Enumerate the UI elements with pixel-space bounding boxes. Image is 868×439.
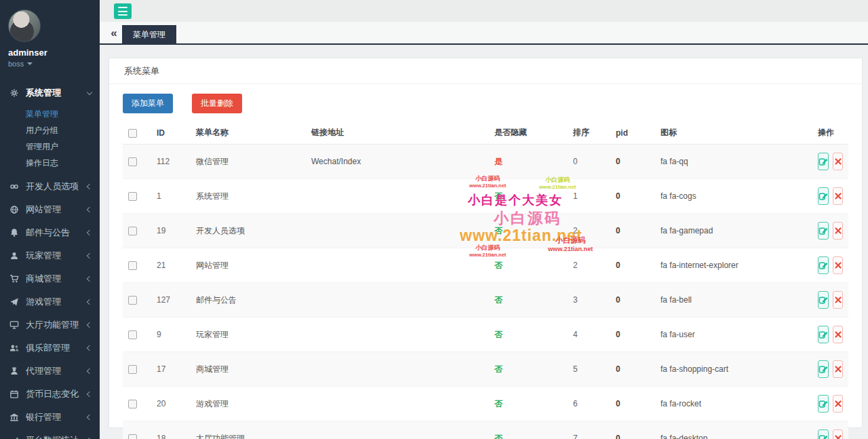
edit-icon — [818, 261, 828, 270]
sidebar-item-mail-announcements[interactable]: 邮件与公告 — [0, 221, 100, 244]
close-icon — [834, 192, 842, 200]
delete-row-button[interactable] — [833, 395, 843, 413]
row-checkbox[interactable] — [128, 330, 137, 339]
close-icon — [834, 365, 842, 373]
row-checkbox[interactable] — [128, 261, 137, 270]
cell-icon-class: fa fa-internet-explorer — [655, 248, 812, 283]
edit-icon — [818, 157, 828, 166]
system-menu-panel: 系统菜单 添加菜单 批量删除 ID 菜单名称 链接地址 是否隐藏 — [108, 58, 863, 428]
sidebar-item-developer-options[interactable]: 开发人员选项 — [0, 175, 100, 198]
sidebar-item-manage-users[interactable]: 管理用户 — [0, 138, 100, 155]
delete-row-button[interactable] — [833, 326, 843, 343]
sidebar-toggle-button[interactable] — [114, 3, 132, 19]
chevron-left-icon — [87, 415, 92, 420]
row-checkbox[interactable] — [128, 400, 137, 408]
col-header-link: 链接地址 — [306, 121, 489, 145]
edit-row-button[interactable] — [818, 360, 829, 378]
users-icon — [9, 343, 20, 353]
sidebar-item-mall-management[interactable]: 商城管理 — [0, 267, 100, 290]
select-all-checkbox[interactable] — [128, 129, 137, 138]
row-checkbox[interactable] — [128, 157, 137, 166]
delete-row-button[interactable] — [833, 430, 843, 439]
sidebar-item-game-management[interactable]: 游戏管理 — [0, 290, 100, 313]
sidebar-item-bank-management[interactable]: 银行管理 — [0, 406, 100, 429]
cell-sort: 0 — [568, 145, 610, 179]
delete-row-button[interactable] — [833, 153, 843, 170]
cell-menu-name: 邮件与公告 — [191, 283, 306, 318]
sidebar-item-user-groups[interactable]: 用户分组 — [0, 122, 100, 138]
edit-row-button[interactable] — [818, 256, 829, 274]
col-header-menu-name: 菜单名称 — [191, 121, 306, 145]
add-menu-button[interactable]: 添加菜单 — [123, 94, 173, 113]
edit-icon — [818, 191, 828, 201]
row-checkbox[interactable] — [128, 434, 137, 439]
sidebar-item-platform-statistics[interactable]: 平台数据统计 — [0, 429, 100, 439]
delete-row-button[interactable] — [833, 187, 843, 205]
collapse-tabs-icon[interactable]: « — [106, 24, 121, 42]
sidebar-item-operation-logs[interactable]: 操作日志 — [0, 155, 100, 171]
batch-delete-button[interactable]: 批量删除 — [192, 94, 242, 113]
cell-icon-class: fa fa-desktop — [655, 421, 812, 439]
edit-icon — [818, 295, 828, 305]
delete-row-button[interactable] — [833, 256, 843, 274]
avatar[interactable] — [8, 9, 41, 42]
sidebar-item-agent-management[interactable]: 代理管理 — [0, 360, 100, 383]
line-chart-icon — [9, 436, 20, 439]
sidebar-item-system-management[interactable]: 系统管理 — [0, 81, 100, 104]
cell-id: 9 — [151, 318, 191, 352]
row-checkbox[interactable] — [128, 365, 137, 374]
delete-row-button[interactable] — [833, 291, 843, 309]
sidebar-item-player-management[interactable]: 玩家管理 — [0, 244, 100, 267]
sidebar-item-website-management[interactable]: 网站管理 — [0, 198, 100, 221]
bell-icon — [9, 228, 20, 237]
sidebar-item-label: 系统管理 — [26, 87, 87, 99]
sidebar-item-club-management[interactable]: 俱乐部管理 — [0, 337, 100, 360]
edit-row-button[interactable] — [818, 153, 829, 170]
row-checkbox[interactable] — [128, 192, 137, 201]
cell-sort: 2 — [568, 214, 610, 248]
cell-hidden-flag: 否 — [494, 295, 502, 305]
sidebar-item-currency-log-changes[interactable]: 货币日志变化 — [0, 383, 100, 406]
cell-link: Wechat/Index — [306, 145, 489, 179]
close-icon — [834, 157, 842, 166]
sidebar-item-lobby-function-management[interactable]: 大厅功能管理 — [0, 313, 100, 337]
tab-menu-management[interactable]: 菜单管理 — [122, 25, 176, 45]
edit-row-button[interactable] — [818, 430, 829, 439]
row-checkbox[interactable] — [128, 227, 137, 235]
cell-pid: 0 — [610, 318, 655, 352]
sidebar-submenu: 菜单管理 用户分组 管理用户 操作日志 — [0, 104, 100, 175]
edit-row-button[interactable] — [818, 291, 829, 309]
delete-row-button[interactable] — [833, 222, 843, 240]
cell-hidden-flag: 是 — [494, 157, 502, 166]
close-icon — [834, 261, 842, 269]
edit-row-button[interactable] — [818, 187, 829, 205]
cell-menu-name: 开发人员选项 — [191, 214, 306, 248]
cell-hidden-flag: 否 — [494, 364, 502, 374]
sidebar-item-menu-management[interactable]: 菜单管理 — [0, 106, 100, 122]
edit-row-button[interactable] — [818, 222, 829, 240]
cell-icon-class: fa fa-shopping-cart — [655, 352, 812, 387]
delete-row-button[interactable] — [833, 360, 843, 378]
cell-pid: 0 — [610, 214, 655, 248]
edit-row-button[interactable] — [818, 326, 829, 343]
gear-icon — [9, 88, 20, 98]
edit-icon — [818, 364, 828, 374]
cell-sort: 4 — [568, 318, 610, 352]
cell-menu-name: 游戏管理 — [191, 387, 306, 421]
cell-hidden-flag: 否 — [494, 434, 502, 439]
edit-row-button[interactable] — [818, 395, 829, 413]
close-icon — [834, 296, 842, 304]
top-bar — [100, 0, 868, 22]
user-role-dropdown[interactable]: boss — [8, 60, 92, 68]
cell-id: 127 — [151, 283, 191, 318]
col-header-id: ID — [151, 121, 191, 145]
cell-hidden-flag: 否 — [494, 330, 502, 339]
sidebar: adminser boss 系统管理 菜单管理 用户分组 管理用户 操作日志 — [0, 0, 100, 439]
cell-hidden-flag: 否 — [494, 399, 502, 408]
row-checkbox[interactable] — [128, 296, 137, 305]
col-header-actions: 操作 — [812, 121, 848, 145]
cell-link — [306, 248, 489, 283]
cell-link — [306, 318, 489, 352]
cell-pid: 0 — [610, 352, 655, 387]
cell-sort: 7 — [568, 421, 610, 439]
